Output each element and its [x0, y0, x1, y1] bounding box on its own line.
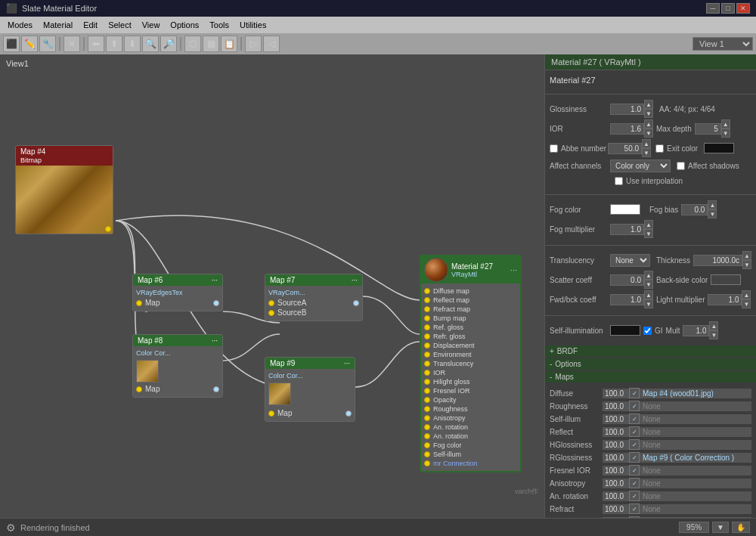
zoom-hand-button[interactable]: ✋ [732, 522, 750, 533]
exit-color-checkbox[interactable] [655, 144, 664, 153]
in-roughness[interactable] [424, 406, 430, 412]
fwd-bck-input[interactable] [610, 294, 644, 305]
light-mult-up[interactable]: ▲ [742, 290, 751, 299]
options-section-header[interactable]: - Options [545, 358, 756, 370]
input-port-sourceB[interactable] [268, 310, 274, 316]
map-name-rgloss[interactable]: Map #9 ( Color Correction ) [640, 453, 751, 463]
toolbar-btn-4[interactable]: ✕ [64, 36, 80, 52]
node-colorcor2-nav[interactable]: ··· [344, 359, 350, 367]
map-num-an-rot[interactable] [603, 491, 629, 501]
menu-view[interactable]: View [138, 19, 165, 31]
map-check-hgloss[interactable]: ✓ [629, 439, 640, 450]
minimize-button[interactable]: ─ [706, 3, 720, 14]
node-colorcor1[interactable]: Map #8 ··· Color Cor... Map [132, 334, 223, 398]
in-fresnel-ior[interactable] [424, 388, 430, 394]
in-hilight[interactable] [424, 379, 430, 385]
glossiness-input[interactable] [610, 104, 644, 115]
node-vraymat-nav[interactable]: ··· [510, 265, 517, 274]
in-diffuse[interactable] [424, 288, 430, 294]
mult-up[interactable]: ▲ [709, 321, 718, 330]
toolbar-btn-6[interactable]: ⬆ [106, 36, 122, 52]
view-selector[interactable]: View 1 [692, 37, 753, 51]
map-name-diffuse[interactable]: Map #4 (wood01.jpg) [640, 389, 751, 398]
map-num-hgloss[interactable] [603, 440, 629, 450]
close-button[interactable]: ✕ [736, 3, 750, 14]
map-check-fresnel[interactable]: ✓ [629, 465, 640, 476]
map-name-refract[interactable]: None [640, 504, 751, 514]
max-depth-down[interactable]: ▼ [721, 129, 730, 138]
thickness-down[interactable]: ▼ [742, 260, 751, 269]
ior-up[interactable]: ▲ [644, 119, 653, 129]
in-refract[interactable] [424, 306, 430, 312]
map-name-hgloss[interactable]: None [640, 440, 751, 450]
fwd-bck-down[interactable]: ▼ [644, 299, 653, 308]
map-check-roughness[interactable]: ✓ [629, 401, 640, 411]
mult-input[interactable] [683, 325, 709, 336]
light-mult-input[interactable] [708, 294, 742, 305]
map-check-self-illum[interactable]: ✓ [629, 414, 640, 424]
max-depth-input[interactable] [695, 123, 721, 135]
map-name-fresnel[interactable]: None [640, 466, 751, 476]
fog-mult-input[interactable] [610, 224, 644, 235]
light-mult-down[interactable]: ▼ [742, 299, 751, 308]
fog-mult-up[interactable]: ▲ [644, 220, 653, 229]
output-port-bitmap[interactable] [105, 226, 111, 232]
map-check-refract[interactable]: ✓ [629, 503, 640, 514]
map-num-diffuse[interactable] [603, 389, 629, 398]
node-vrayedges-nav[interactable]: ··· [212, 276, 218, 284]
fog-color-swatch[interactable] [610, 204, 640, 215]
map-num-self-illum[interactable] [603, 414, 629, 424]
in-an-rot[interactable] [424, 424, 430, 430]
abbe-up[interactable]: ▲ [642, 139, 651, 148]
max-depth-up[interactable]: ▲ [721, 119, 730, 129]
abbe-input[interactable] [608, 143, 642, 154]
self-illum-swatch[interactable] [610, 325, 640, 336]
node-vraycom-nav[interactable]: ··· [352, 276, 358, 284]
map-num-refract[interactable] [603, 504, 629, 514]
scatter-up[interactable]: ▲ [644, 271, 653, 280]
translucency-select[interactable]: None [610, 254, 650, 267]
map-check-aniso[interactable]: ✓ [629, 478, 640, 488]
input-port-map[interactable] [136, 300, 142, 306]
node-colorcor2[interactable]: Map #9 ··· Color Cor... Map [265, 357, 355, 422]
map-num-rgloss[interactable] [603, 453, 629, 463]
node-colorcor1-nav[interactable]: ··· [212, 336, 218, 345]
in-ior[interactable] [424, 370, 430, 376]
in-environment[interactable] [424, 352, 430, 358]
scatter-down[interactable]: ▼ [644, 280, 653, 289]
node-vraycom[interactable]: Map #7 ··· VRayCom... SourceA SourceB [265, 274, 363, 321]
output-port[interactable] [353, 300, 359, 306]
in-self-illum[interactable] [424, 451, 430, 457]
in-mr[interactable] [424, 460, 430, 466]
map-check-an-rot[interactable]: ✓ [629, 491, 640, 501]
map-num-aniso[interactable] [603, 479, 629, 488]
in-displacement[interactable] [424, 342, 430, 349]
abbe-checkbox[interactable] [550, 144, 558, 153]
zoom-input[interactable] [679, 522, 709, 533]
in-anisotropy[interactable] [424, 415, 430, 421]
map-name-self-illum[interactable]: None [640, 414, 751, 424]
menu-material[interactable]: Material [39, 19, 77, 31]
output-port[interactable] [213, 300, 219, 306]
node-vraymat[interactable]: Material #27 VRayMtl ··· Diffuse map Ref… [420, 255, 522, 472]
glossiness-up[interactable]: ▲ [644, 100, 653, 109]
map-check-rgloss[interactable]: ✓ [629, 452, 640, 463]
menu-select[interactable]: Select [104, 19, 136, 31]
toolbar-btn-9[interactable]: 🔎 [160, 36, 177, 52]
toolbar-btn-3[interactable]: 🔧 [39, 36, 56, 52]
in-fog-color[interactable] [424, 442, 430, 448]
thickness-input[interactable] [693, 255, 742, 266]
menu-modes[interactable]: Modes [3, 19, 37, 31]
toolbar-btn-12[interactable]: 📋 [221, 36, 237, 52]
mult-down[interactable]: ▼ [709, 330, 718, 339]
ior-input[interactable] [610, 123, 644, 135]
ior-down[interactable]: ▼ [644, 129, 653, 138]
scatter-input[interactable] [610, 274, 644, 286]
toolbar-btn-7[interactable]: ⬇ [124, 36, 141, 52]
input-port-sourceA[interactable] [268, 300, 274, 306]
toolbar-btn-10[interactable]: ⬡ [184, 36, 201, 52]
menu-utilities[interactable]: Utilities [235, 19, 271, 31]
affect-shadows-checkbox[interactable] [677, 162, 685, 170]
toolbar-btn-8[interactable]: 🔍 [142, 36, 159, 52]
toolbar-btn-1[interactable]: ⬛ [3, 36, 20, 52]
